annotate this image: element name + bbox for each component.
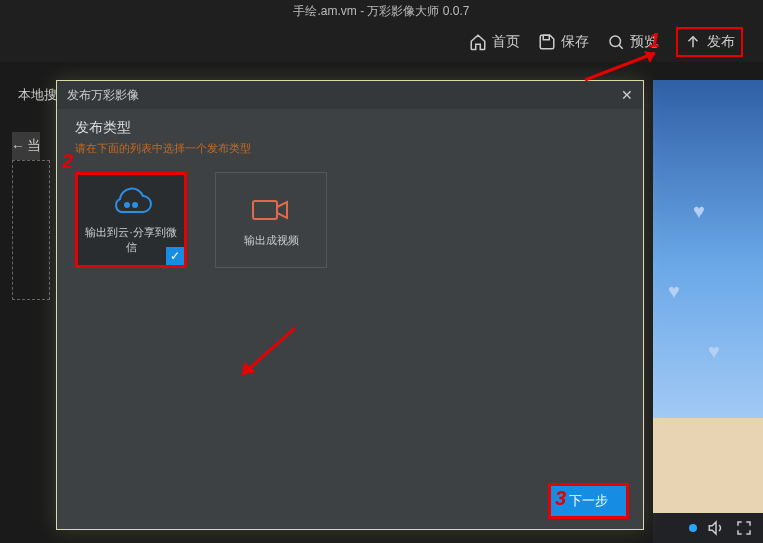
home-button[interactable]: 首页 — [469, 33, 520, 51]
svg-rect-0 — [543, 35, 549, 40]
save-icon — [538, 33, 556, 51]
preview-pane: ♥ ♥ ♥ — [653, 80, 763, 543]
publish-label: 发布 — [707, 33, 735, 51]
check-icon: ✓ — [166, 247, 184, 265]
option-video[interactable]: 输出成视频 — [215, 172, 327, 268]
volume-icon[interactable] — [707, 519, 725, 537]
svg-marker-7 — [709, 522, 716, 534]
title-bar: 手绘.am.vm - 万彩影像大师 0.0.7 — [0, 0, 763, 22]
upload-icon — [684, 33, 702, 51]
modal-body: 发布类型 请在下面的列表中选择一个发布类型 输出到云·分享到微信 ✓ 输出成视频 — [57, 109, 643, 278]
close-icon[interactable]: ✕ — [621, 87, 633, 103]
back-button[interactable]: ←当 — [12, 132, 40, 160]
option-video-label: 输出成视频 — [240, 233, 303, 248]
svg-point-8 — [125, 203, 129, 207]
floor — [653, 418, 763, 513]
publish-button[interactable]: 发布 — [676, 27, 743, 57]
arrow-annotation-1 — [580, 45, 670, 85]
option-cloud[interactable]: 输出到云·分享到微信 ✓ — [75, 172, 187, 268]
video-icon — [247, 193, 295, 227]
section-hint: 请在下面的列表中选择一个发布类型 — [75, 141, 625, 156]
cloud-icon — [107, 185, 155, 219]
search-label: 本地搜 — [0, 80, 60, 114]
modal-title: 发布万彩影像 — [67, 87, 139, 104]
annotation-3: 3 — [555, 487, 566, 510]
heart-icon: ♥ — [708, 340, 720, 363]
app-title: 手绘.am.vm - 万彩影像大师 0.0.7 — [293, 3, 469, 20]
drop-area[interactable] — [12, 160, 50, 300]
publish-options: 输出到云·分享到微信 ✓ 输出成视频 — [75, 172, 625, 268]
annotation-2: 2 — [62, 150, 73, 173]
home-icon — [469, 33, 487, 51]
modal-header: 发布万彩影像 ✕ — [57, 81, 643, 109]
player-controls — [653, 513, 763, 543]
svg-line-3 — [585, 53, 655, 80]
heart-icon: ♥ — [693, 200, 705, 223]
fullscreen-icon[interactable] — [735, 519, 753, 537]
arrow-annotation-2 — [230, 320, 310, 390]
svg-point-9 — [133, 203, 137, 207]
sidebar: 本地搜 ←当 — [0, 80, 60, 160]
progress-handle[interactable] — [689, 524, 697, 532]
svg-rect-10 — [253, 201, 277, 219]
home-label: 首页 — [492, 33, 520, 51]
section-title: 发布类型 — [75, 119, 625, 137]
heart-icon: ♥ — [668, 280, 680, 303]
publish-modal: 发布万彩影像 ✕ 发布类型 请在下面的列表中选择一个发布类型 输出到云·分享到微… — [56, 80, 644, 530]
